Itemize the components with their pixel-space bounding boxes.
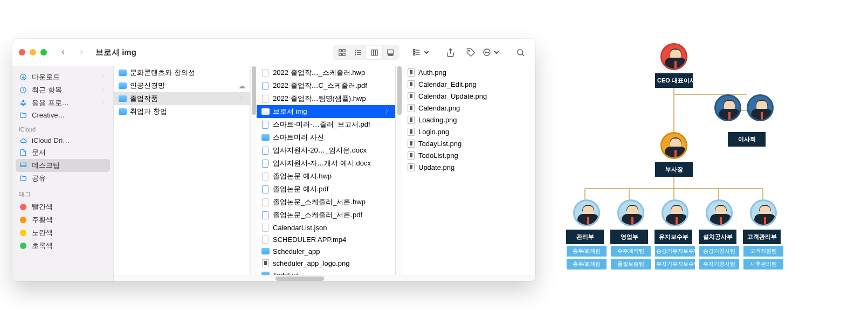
sidebar-tag-0[interactable]: 빨간색: [12, 201, 113, 213]
sidebar-tag-3[interactable]: 초록색: [12, 239, 113, 252]
file-row[interactable]: 졸업논문 예시.hwp: [257, 170, 395, 183]
search-button[interactable]: [512, 45, 529, 60]
folder-icon: [118, 94, 127, 103]
sidebar-fav-1[interactable]: 최근 항목〉: [12, 84, 113, 96]
org-node-ceo: CEO 대표이사: [655, 43, 693, 88]
file-row[interactable]: SCHEDULER APP.mp4: [257, 233, 395, 245]
file-label: 졸업논문_스케줄러_서론.hwp: [273, 197, 391, 207]
dept-name: 관리부: [566, 230, 604, 244]
png-icon: [407, 139, 415, 148]
avatar-icon: [750, 199, 777, 226]
more-actions-button[interactable]: [483, 48, 501, 57]
sidebar-tag-2[interactable]: 노란색: [12, 226, 113, 239]
json-icon: [261, 223, 270, 232]
file-row[interactable]: Calendar_Edit.png: [402, 78, 535, 90]
file-label: SCHEDULER APP.mp4: [273, 236, 391, 244]
svg-point-7: [355, 50, 355, 51]
dept-name: 고객관리부: [743, 230, 781, 244]
file-row[interactable]: 졸업논문_스케줄러_서론.pdf: [257, 209, 395, 222]
file-row[interactable]: 입사지원서-20…_임시은.docx: [257, 144, 395, 157]
avatar-icon: [706, 199, 733, 226]
file-row[interactable]: 입사지원서-자…개서 예시.docx: [257, 157, 395, 170]
sidebar-icloud-2[interactable]: 데스크탑: [16, 159, 110, 172]
file-label: Auth.png: [418, 68, 531, 77]
sidebar-fav-0[interactable]: 다운로드〉: [12, 71, 113, 84]
view-icon-button[interactable]: [334, 46, 350, 59]
column-3[interactable]: Auth.pngCalendar_Edit.pngCalendar_Update…: [402, 66, 535, 281]
sidebar-icloud-1[interactable]: 문서: [12, 146, 113, 159]
team-name: 총무/회계팀: [566, 258, 607, 270]
file-row[interactable]: 스마트미러 사진: [257, 131, 395, 144]
file-row[interactable]: Login.png: [402, 126, 535, 137]
file-row[interactable]: Scheduler_app: [257, 245, 395, 257]
tag-icon: [19, 204, 27, 210]
file-label: TodoList.png: [418, 151, 531, 160]
svg-rect-0: [339, 49, 341, 51]
column-2[interactable]: 2022 졸업작…_스케줄러.hwp2022 졸업작…C_스케줄러.pdf202…: [257, 66, 396, 281]
avatar-icon: [617, 199, 644, 226]
chevron-right-icon: 〉: [101, 86, 107, 94]
svg-point-9: [355, 54, 355, 54]
sidebar-icloud-3[interactable]: 공유: [12, 172, 113, 185]
file-row[interactable]: 2022 졸업작…_스케줄러.hwp: [257, 66, 395, 79]
file-row[interactable]: 졸업작품〉: [114, 92, 250, 105]
file-row[interactable]: Calendar.png: [402, 102, 535, 114]
nav-forward-button[interactable]: [74, 45, 89, 60]
svg-rect-3: [342, 53, 345, 55]
svg-rect-18: [414, 52, 415, 53]
group-by-button[interactable]: [412, 48, 431, 57]
file-row[interactable]: 브로셔 img〉: [257, 105, 395, 118]
avatar-icon: [714, 94, 741, 121]
sidebar-fav-3[interactable]: Creative…: [12, 109, 113, 121]
dept-name: 영업부: [610, 230, 648, 244]
file-row[interactable]: 취업과 창업: [114, 105, 250, 118]
file-row[interactable]: TodoList.png: [402, 149, 535, 161]
file-row[interactable]: 2022 졸업작…C_스케줄러.pdf: [257, 79, 395, 92]
column-1-scrollbar[interactable]: [250, 66, 257, 281]
file-row[interactable]: 인공신경망☁︎: [114, 79, 250, 92]
minimize-button[interactable]: [30, 49, 36, 56]
team-name: 주차기유지보수팀: [655, 258, 695, 270]
team-name: 고객지원팀: [743, 245, 784, 257]
team-name: 승강기공사팀: [699, 245, 740, 257]
sidebar-section-tags: 태그: [12, 185, 113, 201]
file-row[interactable]: TodayList.png: [402, 137, 535, 149]
share-button[interactable]: [442, 45, 459, 60]
folder-icon: [118, 107, 127, 116]
file-label: Login.png: [418, 128, 531, 136]
tag-button[interactable]: [462, 45, 479, 60]
file-label: 인공신경망: [130, 81, 235, 91]
view-column-button[interactable]: [366, 46, 382, 59]
column-2-scrollbar[interactable]: [396, 66, 402, 281]
file-row[interactable]: CalendarList.json: [257, 222, 395, 233]
column-1[interactable]: 문화콘텐츠와 창의성인공신경망☁︎졸업작품〉취업과 창업: [114, 66, 250, 281]
file-row[interactable]: Calendar_Update.png: [402, 90, 535, 102]
file-row[interactable]: Auth.png: [402, 66, 535, 78]
sidebar-tag-1[interactable]: 주황색: [12, 213, 113, 226]
view-list-button[interactable]: [350, 46, 366, 59]
maximize-button[interactable]: [40, 49, 47, 56]
file-row[interactable]: 스마트-미러-…줄러_보고서.pdf: [257, 118, 395, 131]
close-button[interactable]: [19, 49, 25, 56]
file-row[interactable]: Update.png: [402, 161, 535, 173]
file-row[interactable]: 문화콘텐츠와 창의성: [114, 66, 250, 79]
sidebar-icloud-0[interactable]: iCloud Dri…: [12, 135, 113, 146]
horizontal-scrollbar[interactable]: [114, 275, 535, 281]
file-row[interactable]: scheduler_app_logo.png: [257, 257, 395, 269]
file-row[interactable]: 졸업논문 예시.pdf: [257, 183, 395, 196]
file-label: 2022 졸업작…_스케줄러.hwp: [273, 68, 391, 78]
file-label: 브로셔 img: [273, 107, 382, 116]
png-icon: [407, 115, 415, 124]
file-label: TodayList.png: [418, 140, 531, 148]
hwp-icon: [261, 198, 270, 206]
png-icon: [407, 68, 415, 77]
view-gallery-button[interactable]: [382, 46, 398, 59]
nav-back-button[interactable]: [56, 45, 71, 60]
file-row[interactable]: Loading.png: [402, 114, 535, 126]
team-name: 품질보증팀: [610, 258, 651, 270]
sidebar-fav-2[interactable]: 응용 프로…〉: [12, 96, 113, 109]
file-row[interactable]: 졸업논문_스케줄러_서론.hwp: [257, 196, 395, 209]
team-name: 사후관리팀: [743, 258, 784, 270]
png-icon: [407, 92, 415, 100]
file-row[interactable]: 2022 졸업작…팀명(샘플).hwp: [257, 92, 395, 105]
